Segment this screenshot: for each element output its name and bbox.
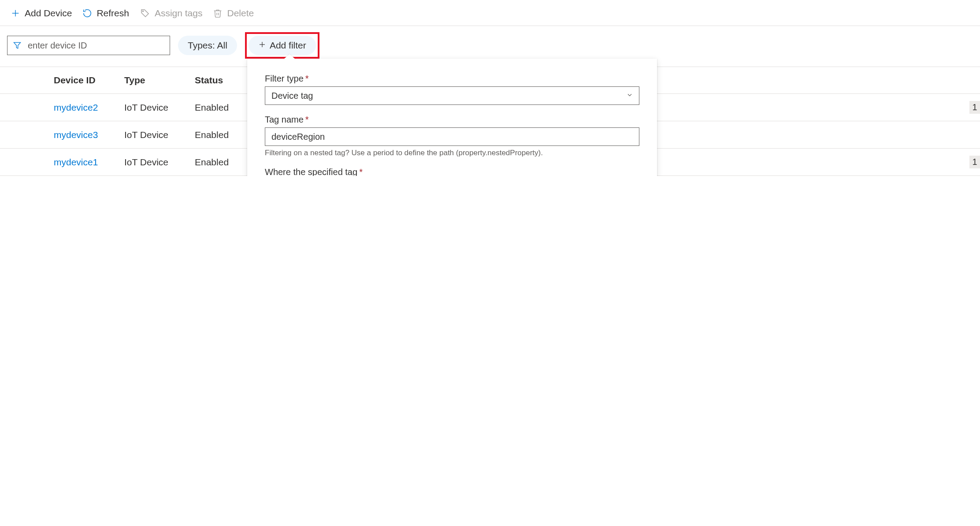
filter-popup: Filter type* Device tag Tag name* Filter… <box>247 59 657 176</box>
types-filter-pill[interactable]: Types: All <box>178 36 237 55</box>
device-type: IoT Device <box>124 102 195 113</box>
plus-icon <box>11 8 20 18</box>
search-box[interactable] <box>7 36 170 55</box>
assign-tags-label: Assign tags <box>155 8 203 19</box>
types-filter-label: Types: All <box>188 40 227 51</box>
command-bar: Add Device Refresh Assign tags Delete <box>0 4 980 26</box>
add-device-button[interactable]: Add Device <box>11 8 72 19</box>
svg-marker-3 <box>14 42 21 48</box>
device-id-link[interactable]: mydevice1 <box>54 157 124 168</box>
header-device-id[interactable]: Device ID <box>54 75 124 86</box>
assign-tags-button: Assign tags <box>140 8 203 19</box>
device-type: IoT Device <box>124 157 195 168</box>
row-badge: 1 <box>969 156 980 168</box>
refresh-label: Refresh <box>97 8 129 19</box>
svg-point-2 <box>142 11 143 12</box>
tag-name-label: Tag name* <box>265 115 639 125</box>
filter-bar: Types: All Add filter Filter type* Devic… <box>0 26 980 67</box>
refresh-icon <box>82 8 92 18</box>
tag-icon <box>140 8 150 19</box>
trash-icon <box>213 8 223 18</box>
filter-icon <box>13 41 22 50</box>
filter-type-select[interactable]: Device tag <box>265 86 639 105</box>
add-filter-button[interactable]: Add filter <box>249 36 316 55</box>
search-input[interactable] <box>28 41 164 51</box>
row-badge: 1 <box>969 101 980 114</box>
plus-icon <box>258 40 266 51</box>
device-id-link[interactable]: mydevice3 <box>54 130 124 140</box>
add-filter-label: Add filter <box>270 40 306 51</box>
delete-label: Delete <box>227 8 254 19</box>
delete-button: Delete <box>213 8 254 19</box>
header-type[interactable]: Type <box>124 75 195 86</box>
tag-name-helper: Filtering on a nested tag? Use a period … <box>265 149 639 157</box>
filter-type-value: Device tag <box>271 91 313 101</box>
add-device-label: Add Device <box>25 8 72 19</box>
where-label: Where the specified tag* <box>265 167 639 176</box>
filter-type-label: Filter type* <box>265 74 639 84</box>
refresh-button[interactable]: Refresh <box>82 8 129 19</box>
device-id-link[interactable]: mydevice2 <box>54 102 124 113</box>
device-type: IoT Device <box>124 130 195 140</box>
tag-name-input[interactable] <box>265 127 639 146</box>
add-filter-highlight: Add filter <box>245 32 319 59</box>
